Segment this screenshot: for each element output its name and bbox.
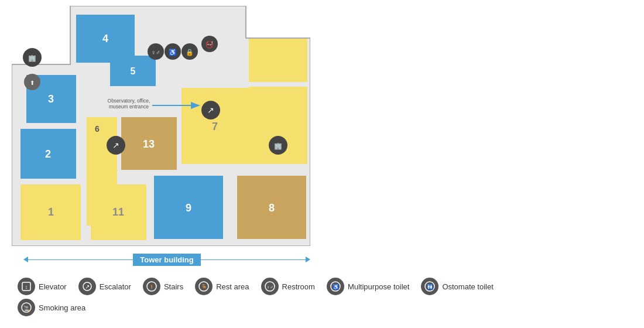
legend-row-2: 🚬 Smoking area: [18, 299, 626, 316]
legend-item-elevator: ↕ Elevator: [18, 278, 67, 295]
elevator-label: Elevator: [39, 282, 67, 291]
legend-item-ostomate: 🚻 Ostomate toilet: [421, 278, 493, 295]
arrow-right: [306, 257, 310, 262]
elevator-icon: ↕: [18, 278, 35, 295]
svg-text:🔒: 🔒: [186, 48, 194, 56]
floor-plan-svg: 4 5 3 2 7: [12, 6, 310, 246]
smoking-label: Smoking area: [39, 303, 85, 312]
multipurpose-toilet-icon: ♿: [327, 278, 344, 295]
svg-text:⬆: ⬆: [30, 80, 35, 86]
legend-item-escalator: ↗ Escalator: [78, 278, 131, 295]
map-wrapper: 4 5 3 2 7: [12, 6, 310, 246]
svg-text:6: 6: [95, 124, 100, 134]
smoking-area-icon: 🚬: [18, 299, 35, 316]
escalator-label: Escalator: [100, 282, 131, 291]
svg-text:🏢: 🏢: [274, 142, 282, 150]
svg-text:↗: ↗: [85, 283, 90, 290]
svg-text:9: 9: [186, 202, 191, 214]
legend-item-restroom: ♀♂ Restroom: [261, 278, 315, 295]
svg-rect-9: [249, 38, 307, 82]
escalator-icon: ↗: [78, 278, 96, 295]
legend-row-1: ↕ Elevator ↗ Escalator 🚶 Stairs: [18, 278, 626, 295]
tower-arrow-container: Tower building: [23, 254, 310, 266]
legend-area: ↕ Elevator ↗ Escalator 🚶 Stairs: [0, 272, 644, 322]
svg-text:5: 5: [131, 66, 136, 76]
svg-text:4: 4: [102, 33, 108, 45]
legend-item-multipurpose: ♿ Multipurpose toilet: [327, 278, 410, 295]
svg-text:↕: ↕: [25, 284, 28, 290]
svg-text:♿: ♿: [332, 283, 339, 291]
svg-text:1: 1: [48, 206, 54, 218]
tower-label-area: Tower building: [12, 245, 310, 274]
rest-area-icon: 🪑: [195, 278, 213, 295]
stairs-label: Stairs: [164, 282, 183, 291]
svg-text:2: 2: [45, 148, 51, 160]
svg-text:🚭: 🚭: [205, 40, 214, 49]
restroom-label: Restroom: [282, 282, 315, 291]
tower-line-left: [28, 259, 133, 260]
svg-text:3: 3: [48, 93, 54, 105]
multipurpose-label: Multipurpose toilet: [348, 282, 410, 291]
legend-item-stairs: 🚶 Stairs: [143, 278, 183, 295]
legend-item-rest-area: 🪑 Rest area: [195, 278, 249, 295]
svg-text:🪑: 🪑: [201, 283, 208, 291]
tower-label: Tower building: [133, 254, 200, 266]
ostomate-label: Ostomate toilet: [442, 282, 493, 291]
ostomate-toilet-icon: 🚻: [421, 278, 439, 295]
main-container: 4 5 3 2 7: [0, 0, 644, 328]
svg-text:8: 8: [269, 202, 275, 214]
svg-text:museum entrance: museum entrance: [109, 104, 149, 110]
stairs-icon: 🚶: [143, 278, 160, 295]
tower-line-right: [201, 259, 306, 260]
legend-item-smoking: 🚬 Smoking area: [18, 299, 85, 316]
svg-text:↗: ↗: [207, 105, 214, 115]
svg-text:Observatory, office,: Observatory, office,: [108, 98, 150, 104]
svg-text:♀♂: ♀♂: [152, 49, 160, 56]
svg-text:11: 11: [112, 206, 124, 218]
arrow-left: [23, 257, 28, 262]
svg-text:🚬: 🚬: [23, 305, 30, 312]
svg-text:↗: ↗: [112, 141, 119, 150]
svg-text:♀♂: ♀♂: [266, 285, 273, 290]
svg-text:🏢: 🏢: [28, 54, 36, 62]
svg-text:🚶: 🚶: [148, 283, 155, 291]
restroom-icon: ♀♂: [261, 278, 279, 295]
svg-text:7: 7: [212, 121, 218, 132]
svg-text:13: 13: [143, 138, 155, 150]
rest-area-label: Rest area: [216, 282, 249, 291]
svg-text:♿: ♿: [169, 48, 177, 56]
svg-text:🚻: 🚻: [427, 283, 434, 291]
